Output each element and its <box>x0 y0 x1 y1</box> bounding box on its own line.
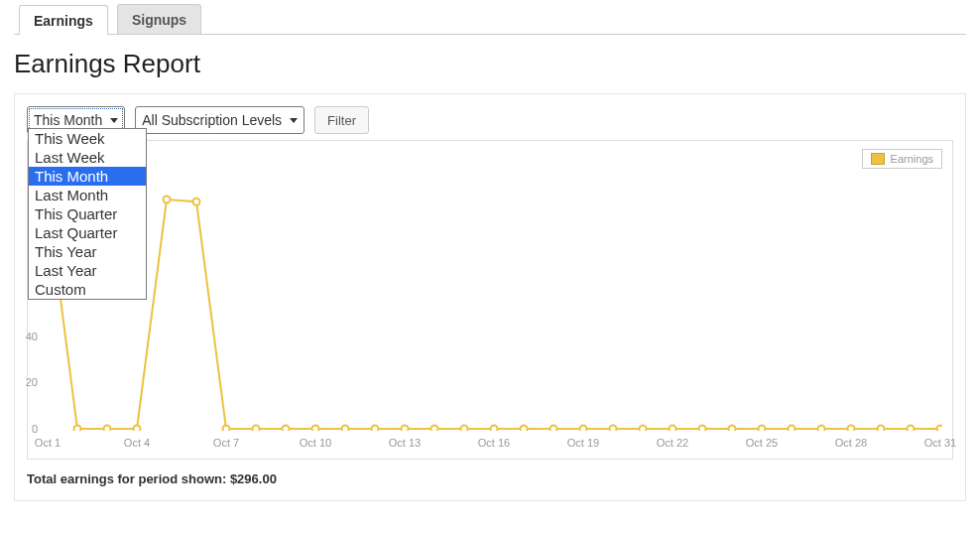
svg-point-8 <box>283 426 290 432</box>
date-range-option[interactable]: This Month <box>29 167 146 186</box>
x-tick-label: Oct 7 <box>213 437 239 449</box>
svg-point-25 <box>789 426 796 432</box>
svg-point-4 <box>164 197 171 203</box>
tab-earnings[interactable]: Earnings <box>19 5 108 35</box>
svg-point-6 <box>223 426 230 432</box>
svg-point-16 <box>521 426 528 432</box>
x-tick-label: Oct 16 <box>478 437 510 449</box>
tab-bar: Earnings Signups <box>14 0 966 35</box>
date-range-value: This Month <box>34 112 102 128</box>
x-tick-label: Oct 22 <box>657 437 688 449</box>
subscription-level-select[interactable]: All Subscription Levels <box>135 106 305 134</box>
date-range-dropdown[interactable]: This WeekLast WeekThis MonthLast MonthTh… <box>28 128 147 300</box>
date-range-option[interactable]: Last Quarter <box>29 223 146 242</box>
svg-point-5 <box>193 199 200 205</box>
svg-point-7 <box>253 426 260 432</box>
svg-point-19 <box>610 426 617 432</box>
x-axis-labels: Oct 1Oct 4Oct 7Oct 10Oct 13Oct 16Oct 19O… <box>46 437 942 453</box>
y-tick-label: 0 <box>32 423 38 435</box>
svg-point-12 <box>402 426 409 432</box>
date-range-option[interactable]: Custom <box>29 280 146 299</box>
y-tick-label: 40 <box>26 331 38 342</box>
chart-plot-area <box>46 149 942 431</box>
svg-point-13 <box>431 426 438 432</box>
total-earnings-text: Total earnings for period shown: $296.00 <box>27 471 953 486</box>
date-range-option[interactable]: Last Week <box>29 148 146 167</box>
date-range-option[interactable]: This Week <box>29 129 146 148</box>
report-panel: This Month All Subscription Levels Filte… <box>14 93 966 501</box>
svg-point-3 <box>134 426 141 432</box>
svg-point-10 <box>342 426 349 432</box>
svg-point-22 <box>699 426 706 432</box>
controls-row: This Month All Subscription Levels Filte… <box>27 106 953 134</box>
date-range-option[interactable]: This Year <box>29 242 146 261</box>
svg-point-20 <box>640 426 647 432</box>
svg-point-2 <box>104 426 111 432</box>
svg-point-26 <box>818 426 825 432</box>
earnings-chart: Earnings 02040 Oct 1Oct 4Oct 7Oct 10Oct … <box>27 140 953 460</box>
svg-point-29 <box>908 426 915 432</box>
svg-point-17 <box>551 426 557 432</box>
date-range-option[interactable]: This Quarter <box>29 204 146 223</box>
x-tick-label: Oct 10 <box>300 437 331 449</box>
svg-point-28 <box>878 426 885 432</box>
x-tick-label: Oct 13 <box>389 437 421 449</box>
x-tick-label: Oct 19 <box>567 437 599 449</box>
y-tick-label: 20 <box>26 376 38 388</box>
svg-point-9 <box>312 426 319 432</box>
svg-point-14 <box>461 426 468 432</box>
chevron-down-icon <box>110 118 118 123</box>
date-range-option[interactable]: Last Year <box>29 261 146 280</box>
svg-point-30 <box>937 426 943 432</box>
filter-button[interactable]: Filter <box>314 106 369 134</box>
svg-point-24 <box>759 426 766 432</box>
svg-point-11 <box>372 426 379 432</box>
x-tick-label: Oct 28 <box>835 437 867 449</box>
svg-point-15 <box>491 426 498 432</box>
svg-point-18 <box>580 426 587 432</box>
tab-signups[interactable]: Signups <box>117 4 201 34</box>
page-title: Earnings Report <box>14 49 966 79</box>
x-tick-label: Oct 1 <box>35 437 61 449</box>
date-range-option[interactable]: Last Month <box>29 186 146 204</box>
svg-point-23 <box>729 426 736 432</box>
x-tick-label: Oct 31 <box>924 437 956 449</box>
svg-point-27 <box>848 426 855 432</box>
subscription-level-value: All Subscription Levels <box>142 112 282 128</box>
x-tick-label: Oct 25 <box>746 437 778 449</box>
svg-point-21 <box>670 426 676 432</box>
x-tick-label: Oct 4 <box>124 437 150 449</box>
chevron-down-icon <box>290 118 298 123</box>
svg-point-1 <box>74 426 81 432</box>
